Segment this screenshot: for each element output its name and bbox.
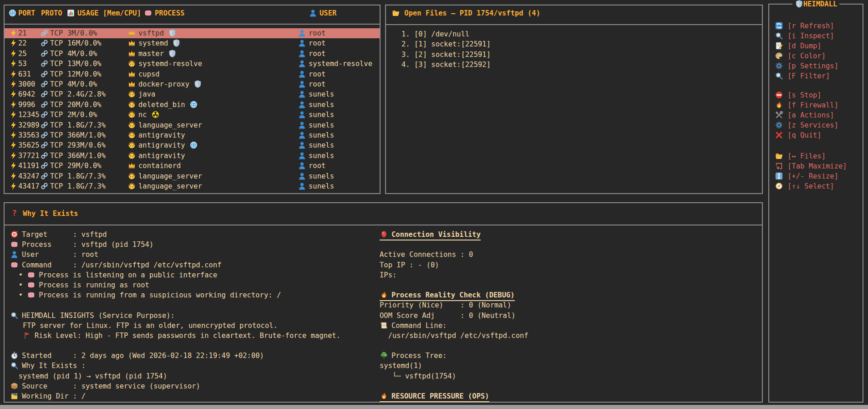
- link-icon: [40, 49, 49, 59]
- link-icon: [40, 38, 49, 48]
- link-icon: [40, 182, 49, 190]
- port-number: 6942: [18, 89, 35, 99]
- detail-text: Started : 2 days ago (Wed 2026-02-18 22:…: [22, 352, 264, 360]
- bolt-icon: [9, 120, 18, 130]
- menu-item-dump[interactable]: [d Dump]: [775, 41, 822, 51]
- detail-line: [10, 341, 374, 351]
- menu-item-files[interactable]: [↔ Files]: [775, 151, 826, 161]
- protocol: TCP: [50, 120, 63, 130]
- menu-item-color[interactable]: [c Color]: [775, 51, 826, 61]
- link-icon: [40, 181, 49, 191]
- open-file-item: 3. [2] socket:[22591]: [401, 50, 759, 60]
- menu-item-quit[interactable]: [q Quit]: [775, 130, 822, 140]
- x-mark-icon: [775, 131, 783, 139]
- process-name: antigravity: [138, 130, 185, 140]
- port-row-41191[interactable]: 41191TCP29M/0.0%containerdroot: [5, 161, 380, 171]
- port-row-25[interactable]: 25TCP4M/0.0%masterroot: [5, 49, 380, 59]
- column-header-process: PROCESS: [155, 8, 184, 19]
- port-row-22[interactable]: 22TCP16M/0.0%systemdroot: [5, 38, 380, 48]
- open-file-item: 1. [0] /dev/null: [401, 29, 759, 39]
- tools-icon: [775, 111, 783, 119]
- why-it-exists-panel: ? Why It Exists Target : vsftpdProcess :…: [4, 202, 763, 403]
- port-row-631[interactable]: 631TCP12M/0.0%cupsdroot: [5, 69, 380, 79]
- port-row-35625[interactable]: 35625TCP293M/0.6%antigravitysunels: [5, 140, 380, 150]
- person-icon: [127, 152, 136, 159]
- shield-badge-icon: [168, 29, 177, 37]
- process-name: nc: [138, 110, 160, 120]
- bolt-icon: [9, 50, 18, 57]
- port-row-21[interactable]: 21TCP3M/0.0%vsftpdroot: [5, 28, 380, 38]
- link-icon: [40, 80, 49, 88]
- port-number: 33563: [18, 130, 40, 140]
- menu-item-label: [r Refresh]: [787, 22, 834, 30]
- port-row-37721[interactable]: 37721TCP366M/1.0%antigravitysunels: [5, 151, 380, 161]
- protocol: TCP: [50, 140, 63, 150]
- menu-item-refresh[interactable]: [r Refresh]: [775, 21, 834, 31]
- usage-mem-cpu: 293M/0.6%: [67, 140, 106, 150]
- usage-mem-cpu: 2.4G/2.8%: [67, 89, 106, 99]
- crown-icon: [127, 70, 136, 78]
- usage-mem-cpu: 4M/0.0%: [67, 49, 97, 59]
- menu-item-settings[interactable]: [p Settings]: [775, 61, 838, 71]
- person-icon: [127, 111, 136, 118]
- port-row-53[interactable]: 53TCP13M/0.0%systemd-resolvesystemd-reso…: [5, 59, 380, 69]
- bottom-scrollbar[interactable]: [0, 405, 868, 409]
- port-row-6942[interactable]: 6942TCP2.4G/2.8%javasunels: [5, 89, 380, 99]
- menu-item-stop[interactable]: [s Stop]: [775, 90, 822, 100]
- user-icon: [298, 90, 306, 98]
- brain-icon: [27, 291, 36, 299]
- process-name: docker-proxy: [138, 79, 202, 89]
- protocol: TCP: [50, 38, 63, 48]
- port-number: 32989: [18, 120, 40, 130]
- port-row-32989[interactable]: 32989TCP1.8G/7.3%language_serversunels: [5, 120, 380, 130]
- detail-line: systemd(1): [380, 361, 757, 371]
- detail-line: Command Line:: [380, 321, 757, 331]
- menu-item-tab-maximize[interactable]: [Tab Maximize]: [775, 161, 847, 171]
- port-row-9996[interactable]: 9996TCP20M/0.0%deleted_binsunels: [5, 100, 380, 110]
- link-icon: [40, 172, 49, 180]
- detail-line: User : root: [10, 250, 374, 260]
- user-icon: [298, 182, 306, 190]
- detail-line: [380, 280, 757, 290]
- refresh-icon: [775, 22, 783, 30]
- link-icon: [40, 130, 49, 140]
- detail-line: [380, 240, 757, 250]
- person-icon: [127, 130, 136, 140]
- brain-icon: [10, 240, 19, 248]
- user-name: sunels: [309, 140, 334, 150]
- protocol: TCP: [50, 59, 63, 69]
- bolt-icon: [9, 151, 18, 161]
- port-row-43247[interactable]: 43247TCP1.8G/7.3%language_serversunels: [5, 171, 380, 181]
- detail-line: Top IP : - (0): [380, 260, 757, 270]
- menu-item-filter[interactable]: [F Filter]: [775, 71, 830, 81]
- port-row-3000[interactable]: 3000TCP4M/0.0%docker-proxyroot: [5, 79, 380, 89]
- detail-line: Process : vsftpd (pid 1754): [10, 240, 374, 250]
- menu-item-label: [+/- Resize]: [787, 172, 838, 180]
- detail-line: [10, 300, 374, 310]
- ports-table-body: 21TCP3M/0.0%vsftpdroot22TCP16M/0.0%syste…: [5, 28, 380, 192]
- fire-icon: [380, 392, 388, 400]
- port-row-43417[interactable]: 43417TCP1.8G/7.3%language_serversunels: [5, 181, 380, 191]
- process-name: cupsd: [138, 69, 160, 79]
- user-name: root: [309, 38, 325, 48]
- brain-icon: [144, 9, 152, 17]
- menu-item-label: [d Dump]: [787, 42, 822, 50]
- protocol: TCP: [50, 110, 63, 120]
- port-row-12345[interactable]: 12345TCP2M/0.0%ncsunels: [5, 110, 380, 120]
- menu-item-actions[interactable]: [a Actions]: [775, 110, 834, 120]
- heimdall-menu: HEIMDALL [r Refresh][i Inspect][d Dump][…: [768, 4, 863, 403]
- menu-item-services[interactable]: [z Services]: [775, 120, 838, 130]
- menu-item-select[interactable]: [↑↓ Select]: [775, 181, 834, 191]
- detail-line: • Process is running from a suspicious w…: [10, 290, 374, 300]
- shield-badge-icon: [193, 80, 202, 88]
- detail-text: OOM Score Adj : 0 (Neutral): [380, 312, 516, 320]
- menu-item-resize[interactable]: [+/- Resize]: [775, 171, 838, 181]
- brain-icon: [144, 8, 152, 19]
- user-icon: [298, 89, 306, 99]
- link-icon: [40, 29, 49, 37]
- port-row-33563[interactable]: 33563TCP366M/1.0%antigravitysunels: [5, 130, 380, 140]
- open-files-panel: Open Files — PID 1754/vsftpd (4) 1. [0] …: [385, 5, 763, 194]
- menu-item-firewall[interactable]: [f Firewall]: [775, 100, 838, 110]
- detail-text: /usr/sbin/vsftpd /etc/vsftpd.conf: [388, 332, 528, 340]
- menu-item-inspect[interactable]: [i Inspect]: [775, 31, 834, 41]
